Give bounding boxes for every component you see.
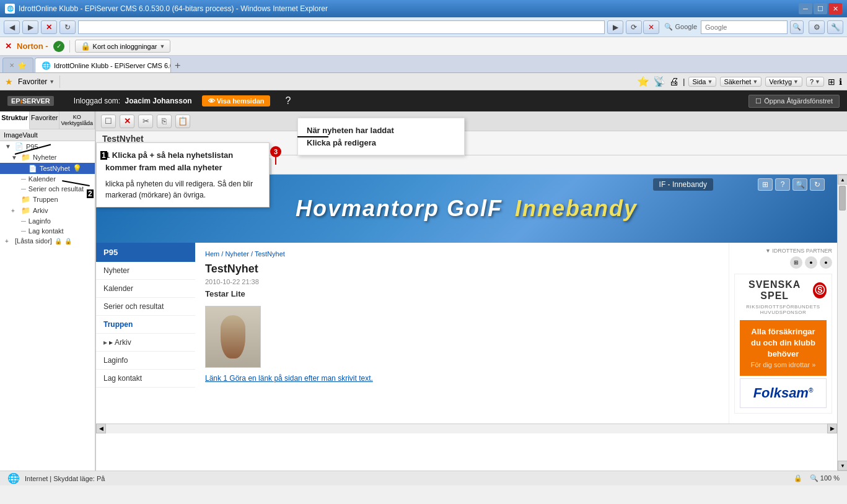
breadcrumb-nyheter[interactable]: Nyheter [225,250,249,258]
site-nav-p95-label: P95 [103,248,118,257]
verktyg-button[interactable]: Verktyg ▼ [765,77,802,87]
scroll-left-button[interactable]: ◀ [96,424,106,433]
banner-icon-2[interactable]: ? [775,178,790,191]
help-button[interactable]: ? ▼ [806,77,824,87]
copy-button[interactable]: ⎘ [157,115,172,128]
go-button[interactable]: ▶ [607,20,623,34]
tree-item-serier[interactable]: ─ Serier och resultat [0,184,95,194]
favorites-button[interactable]: Favoriter ▼ [18,77,55,86]
settings-button[interactable]: ⚙ [809,20,825,34]
norton-close-button[interactable]: ✕ [5,41,12,51]
sidebar-tab-favoriter[interactable]: Favoriter [30,111,59,129]
sidebar-imagevault-tab[interactable]: ImageVault [0,129,95,141]
tree-item-laginfo[interactable]: ─ Laginfo [0,216,95,226]
tree-item-testnyhet[interactable]: 📄 TestNyhet 💡 [0,163,95,174]
site-main: P95 Nyheter Kalender Serier och resultat… [96,243,837,424]
atgarder-button[interactable]: ☐ Öppna Åtgärdsfönstret [748,95,840,108]
scroll-up-button[interactable]: ▲ [838,175,847,185]
sida-button[interactable]: Sida ▼ [688,77,716,87]
main-scrollbar[interactable]: ▲ ▼ [837,175,847,471]
banner-icon-3[interactable]: 🔍 [792,178,807,191]
orange-ad: Alla försäkringar du och din klubb behöv… [740,320,827,376]
scroll-down-button[interactable]: ▼ [838,461,847,471]
back-button[interactable]: ◀ [4,20,20,34]
minimize-button[interactable]: ─ [799,3,812,14]
address-input[interactable]: http://www3.idrottonline.se/sec/IOK/CMS/… [78,20,605,34]
forward-button[interactable]: ▶ [22,20,38,34]
site-right-col: ▼ IDROTTENS PARTNER ⊞ ● ● SVENSKA SPEL Ⓢ [729,243,837,424]
site-nav-arkiv[interactable]: ▸ Arkiv [96,334,195,352]
tab-redigera[interactable]: Redigera [101,158,152,174]
cut-button[interactable]: ✂ [138,115,153,128]
tools-button[interactable]: 🔧 [827,20,843,34]
maximize-button[interactable]: ☐ [814,3,827,14]
tab-new[interactable]: ✕ ⭐ [2,58,33,72]
site-nav-serier[interactable]: Serier och resultat [96,298,195,316]
tab-new-close-icon[interactable]: ✕ [9,62,14,69]
scroll-right-button[interactable]: ▶ [827,424,837,433]
folder-icon: 📁 [21,206,30,215]
breadcrumb-hem[interactable]: Hem [205,250,219,258]
stop-icon[interactable]: ✕ [643,20,659,34]
tab-idrottonline[interactable]: 🌐 IdrottOnline Klubb - EPiServer CMS 6.0… [35,58,171,72]
refresh-button[interactable]: ↻ [59,20,76,34]
toolbar-separator2: | [683,77,685,86]
tree-label-p95: P95 [26,143,38,150]
sidebar: Struktur Favoriter KO Verktygslåda Image… [0,111,96,471]
folksam-text: Folksam [753,385,809,401]
new-tab-button[interactable]: + [172,60,183,71]
page-icon: ─ [21,227,26,235]
site-header-banner: IF - Innebandy ⊞ ? 🔍 ↻ Hovmantorp GolF I… [96,175,837,243]
visa-hemsidan-button[interactable]: 👁 Visa hemsidan [202,95,271,106]
news-date: 2010-10-22 21:38 [205,278,719,285]
site-nav-lagkontakt[interactable]: Lag kontakt [96,370,195,388]
folder-icon: 📁 [21,195,30,204]
favorites-star-icon: ★ [5,77,13,87]
site-nav-kalender[interactable]: Kalender [96,280,195,298]
refresh-icon[interactable]: ⟳ [626,20,642,34]
tree-item-arkiv[interactable]: + 📁 Arkiv [0,205,95,216]
site-nav-laginfo[interactable]: Laginfo [96,352,195,370]
google-search-input[interactable] [701,20,788,34]
window-title: IdrottOnline Klubb - EPiServer CMS 6.0.5… [19,4,328,13]
scroll-thumb[interactable] [839,186,846,211]
tabs-bar: ✕ ⭐ 🌐 IdrottOnline Klubb - EPiServer CMS… [0,56,847,73]
tree-item-p95[interactable]: ▼ 📄 P95 [0,141,95,152]
tree-item-nyheter[interactable]: ▼ 📁 Nyheter [0,152,95,163]
new-page-button[interactable]: ☐ [101,115,116,128]
norton-label: Norton - [17,41,48,51]
close-button[interactable]: ✕ [828,3,842,14]
tab-kommentarer[interactable]: Kommentarer [208,158,271,174]
paste-button[interactable]: 📋 [175,115,190,128]
tree-item-truppen[interactable]: 📁 Truppen [0,194,95,205]
tree-item-kalender[interactable]: ─ Kalender [0,174,95,184]
news-link[interactable]: Länk 1 Göra en länk på sidan efter man s… [205,374,719,383]
banner-icon-1[interactable]: ⊞ [758,178,773,191]
internet-globe-icon: 🌐 [7,472,20,484]
tab-versioner[interactable]: Versioner [155,158,205,174]
status-zoom-label: 🔍 100 % [810,474,840,482]
orange-ad-line2: du och din klubb [751,338,815,347]
horizontal-scrollbar[interactable]: ◀ ▶ [96,424,837,433]
google-search-button[interactable]: 🔍 [790,20,804,34]
tree-item-lagkontakt[interactable]: ─ Lag kontakt [0,226,95,236]
epi-help-button[interactable]: ? [285,95,291,106]
tree-label-kalender: Kalender [29,175,56,183]
site-nav-nyheter[interactable]: Nyheter [96,262,195,280]
lock-icon2: 🔒 [64,238,72,245]
sidebar-tab-struktur[interactable]: Struktur [0,111,30,129]
stop-button[interactable]: ✕ [41,20,57,34]
status-bar: 🌐 Internet | Skyddat läge: På 🔒 🔍 100 % [0,471,847,485]
app-icon: 🌐 [5,4,15,14]
banner-icon-4[interactable]: ↻ [810,178,825,191]
norton-kort-button[interactable]: 🔒 Kort och inloggningar ▼ [75,40,171,53]
page-tabs: Redigera Versioner Kommentarer [96,155,847,175]
delete-button[interactable]: ✕ [120,115,134,128]
lock-icon: 🔒 [55,238,62,245]
site-nav-truppen[interactable]: Truppen [96,316,195,334]
sakerhet-button[interactable]: Säkerhet ▼ [720,77,761,87]
eye-icon: 👁 [208,97,215,105]
sidebar-tab-ko[interactable]: KO Verktygslåda [59,111,95,129]
news-title: TestNyhet [205,263,719,276]
tree-item-lasta-sidor[interactable]: + [Låsta sidor] 🔒 🔒 [0,236,95,246]
